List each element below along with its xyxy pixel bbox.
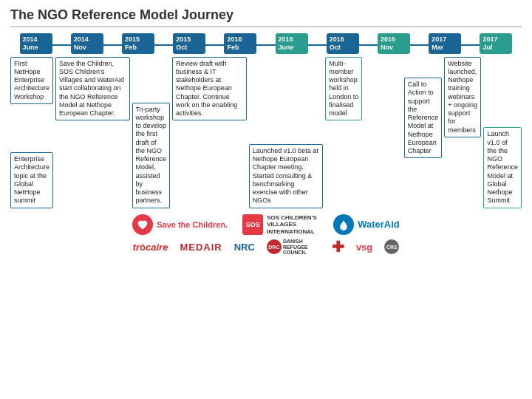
node-2017-jul: 2017 Jul (471, 33, 522, 54)
card-col1-top: First NetHope Enterprise Architecture Wo… (10, 57, 53, 104)
content-grid: First NetHope Enterprise Architecture Wo… (10, 57, 522, 208)
logo-vsg: vsg (356, 242, 372, 253)
content-col-6: Multi-member workshop held in London to … (325, 57, 362, 208)
logo-medair: MEDAIR (180, 242, 222, 253)
card-col3-bot: Tri-party workshop to develop the first … (132, 103, 171, 208)
card-col6-top: Multi-member workshop held in London to … (325, 57, 362, 121)
node-2014-june: 2014 June (10, 33, 61, 54)
timeline: 2014 June 2014 Nov 2015 Feb 2015 Oct 201… (10, 33, 522, 54)
card-col1-bot: Enterprise Architecture topic at the Glo… (10, 152, 53, 208)
card-col9-top: Website launched, Nethope training webin… (444, 57, 481, 137)
content-col-9: Website launched, Nethope training webin… (444, 57, 481, 208)
content-col-4: Review draft with business & IT stakehol… (172, 57, 247, 208)
card-col2-top: Save the Children, SOS Children's Villag… (55, 57, 130, 121)
node-2016-oct: 2016 Oct (317, 33, 368, 54)
card-col5-bot: Launched v1.0 beta at Nethope European C… (249, 144, 324, 208)
logo-save-the-children: Save the Children. (132, 214, 228, 235)
logos-row1: Save the Children. SOS SOS CHILDREN'S VI… (10, 211, 522, 237)
wateraid-icon (333, 214, 354, 235)
save-icon (132, 214, 153, 235)
logo-redcross: ✚ (332, 238, 344, 256)
content-col-1: First NetHope Enterprise Architecture Wo… (10, 57, 53, 208)
logo-nrc: NRC (234, 242, 255, 253)
node-2017-mar: 2017 Mar (420, 33, 471, 54)
node-2016-june: 2016 June (266, 33, 317, 54)
page-title: The NGO Reference Model Journey (10, 7, 522, 27)
content-col-5: Launched v1.0 beta at Nethope European C… (249, 57, 324, 208)
card-col4-top: Review draft with business & IT stakehol… (172, 57, 247, 121)
logo-drc: DRC DANISH REFUGEE COUNCIL (267, 239, 320, 256)
card-col8-bot: Call to Action to support the Reference … (404, 78, 443, 158)
node-2014-nov: 2014 Nov (61, 33, 112, 54)
node-2015-oct: 2015 Oct (164, 33, 215, 54)
nodes-row: 2014 June 2014 Nov 2015 Feb 2015 Oct 201… (10, 33, 522, 54)
content-col-2: Save the Children, SOS Children's Villag… (55, 57, 130, 208)
sos-icon: SOS (242, 214, 263, 235)
logo-wateraid: WaterAid (333, 214, 400, 235)
content-col-3: Tri-party workshop to develop the first … (132, 57, 171, 208)
logos-row2: trócaire MEDAIR NRC DRC DANISH REFUGEE C… (10, 236, 522, 257)
logo-sos: SOS SOS CHILDREN'S VILLAGES INTERNATIONA… (242, 214, 318, 236)
content-col-7 (364, 57, 401, 208)
node-2016-feb: 2016 Feb (215, 33, 266, 54)
card-col10-bot: Launch v1.0 of the the NGO Reference Mod… (483, 127, 522, 208)
content-col-10: Launch v1.0 of the the NGO Reference Mod… (483, 57, 522, 208)
node-2015-feb: 2015 Feb (112, 33, 163, 54)
logo-trocaire: trócaire (133, 242, 168, 253)
logo-crs: CRS (384, 239, 399, 254)
node-2016-nov: 2016 Nov (368, 33, 419, 54)
content-col-8: Call to Action to support the Reference … (404, 57, 443, 208)
